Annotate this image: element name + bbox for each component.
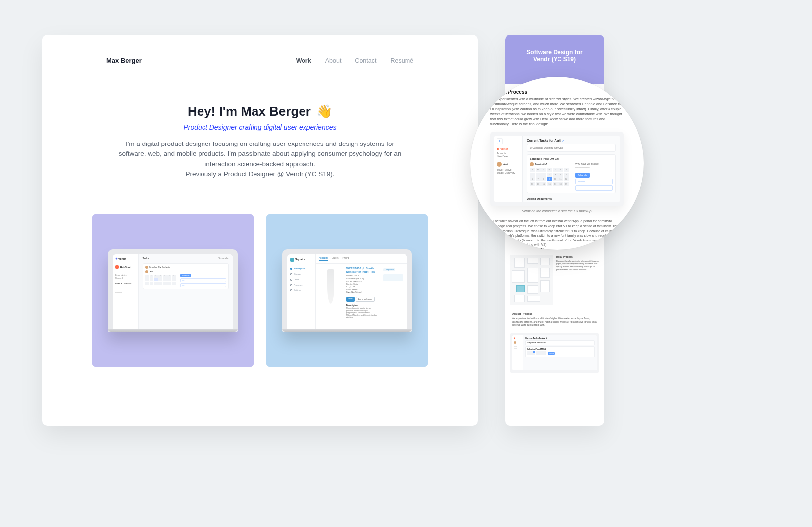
- project-tile-vendr[interactable]: ✦ vendr HubSpot Deals · ActiveClosed: 0 …: [92, 214, 254, 367]
- product-image: [320, 267, 342, 306]
- project-tiles: ✦ vendr HubSpot Deals · ActiveClosed: 0 …: [42, 179, 478, 367]
- hero-title: Hey! I'm Max Berger 👋: [116, 104, 404, 119]
- laptop-mockup: Squaire Workspaces Storage Users Protoco…: [282, 249, 412, 332]
- nav-link-about[interactable]: About: [325, 57, 342, 64]
- project-tile-squaire[interactable]: Squaire Workspaces Storage Users Protoco…: [266, 214, 428, 367]
- magnifier-lens: Design Process We experimented with a mu…: [470, 77, 644, 250]
- screen: ✦ vendr HubSpot Deals · ActiveClosed: 0 …: [113, 254, 233, 329]
- nav-link-work[interactable]: Work: [296, 57, 311, 64]
- hero-body: I'm a digital product designer focusing …: [116, 139, 404, 179]
- hero: Hey! I'm Max Berger 👋 Product Designer c…: [42, 64, 478, 179]
- wave-icon: 👋: [316, 104, 332, 119]
- logo[interactable]: Max Berger: [106, 57, 142, 64]
- nav-link-contact[interactable]: Contact: [355, 57, 376, 64]
- top-nav: Max Berger Work About Contact Resumé: [42, 35, 478, 64]
- wireframe-map: [510, 255, 553, 305]
- lens-caption: Scroll on the computer to see the full m…: [490, 209, 624, 213]
- lens-paragraph: We experimented with a multitude of diff…: [490, 97, 624, 127]
- nav-link-resume[interactable]: Resumé: [390, 57, 413, 64]
- portfolio-card: Max Berger Work About Contact Resumé Hey…: [42, 35, 478, 426]
- screen: Squaire Workspaces Storage Users Protoco…: [287, 254, 407, 329]
- laptop-mockup: ✦ vendr HubSpot Deals · ActiveClosed: 0 …: [108, 249, 238, 332]
- nav-links: Work About Contact Resumé: [296, 57, 413, 64]
- lens-laptop: ✦ Vendr Acme IncNew Deals Aarti Buyer · …: [490, 132, 624, 206]
- hero-subtitle: Product Designer crafting digital user e…: [116, 123, 404, 131]
